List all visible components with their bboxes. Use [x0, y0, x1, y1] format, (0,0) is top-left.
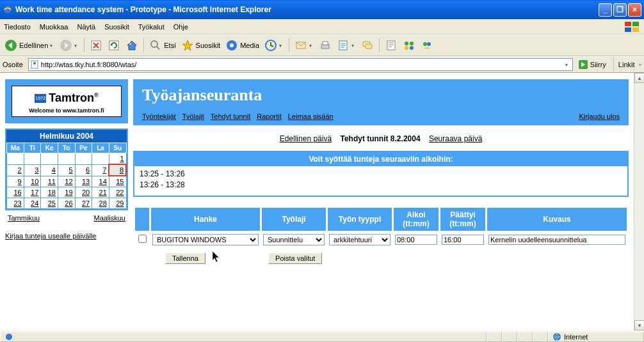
forward-button[interactable]: ▾	[58, 38, 81, 53]
window-titlebar: Work time attendance system - Prototype …	[0, 0, 644, 19]
address-box[interactable]: ▾	[28, 58, 573, 71]
calendar-day[interactable]: 7	[92, 164, 109, 176]
svg-point-30	[6, 334, 12, 340]
calendar-day[interactable]: 25	[41, 198, 58, 209]
maximize-button[interactable]: ❐	[613, 3, 627, 17]
calendar-day[interactable]: 10	[24, 176, 41, 187]
calendar-day[interactable]: 14	[92, 176, 109, 187]
status-zone: Internet	[548, 332, 644, 342]
calendar-day[interactable]: 17	[24, 187, 41, 198]
calendar-day[interactable]: 18	[41, 187, 58, 198]
tyolaji-select[interactable]: Suunnittelu	[263, 234, 325, 245]
col-hanke: Hanke	[151, 208, 260, 231]
svg-point-25	[423, 42, 427, 46]
calendar-day[interactable]: 3	[24, 164, 41, 176]
close-button[interactable]: ×	[628, 3, 641, 17]
multi-day-link[interactable]: Kirjaa tunteja usealle päivälle	[5, 232, 96, 240]
calendar-day[interactable]: 15	[109, 176, 126, 187]
discuss-button[interactable]	[359, 38, 376, 53]
minimize-button[interactable]: _	[599, 3, 612, 17]
calendar-day[interactable]: 26	[58, 198, 75, 209]
calendar-day[interactable]: 9	[7, 176, 24, 187]
logout-link[interactable]: Kirjaudu ulos	[579, 113, 620, 120]
home-button[interactable]	[124, 38, 140, 53]
calendar-day[interactable]: 24	[24, 198, 41, 209]
nav-stamp[interactable]: Leimaa sisään	[288, 113, 334, 120]
calendar-day[interactable]: 13	[75, 176, 92, 187]
vertical-scrollbar[interactable]: ▲ ▼	[634, 73, 644, 330]
entry-table: Hanke Työlaji Työn tyyppi Alkoi(tt:mm) P…	[133, 206, 629, 249]
calendar-day[interactable]: 12	[58, 176, 75, 187]
calendar-day[interactable]: 16	[7, 187, 24, 198]
calendar-day[interactable]: 20	[75, 187, 92, 198]
calendar-day[interactable]: 8	[109, 164, 126, 176]
calendar-day[interactable]: 28	[92, 198, 109, 209]
calendar-day[interactable]: 27	[75, 198, 92, 209]
calendar-day[interactable]: 19	[58, 187, 75, 198]
media-button[interactable]: Media	[223, 38, 261, 53]
calendar-day[interactable]: 22	[109, 187, 126, 198]
extra-button-2[interactable]	[401, 38, 417, 53]
menu-file[interactable]: Tiedosto	[4, 23, 31, 31]
row-checkbox[interactable]	[138, 235, 147, 243]
status-bar: Internet	[0, 330, 644, 342]
calendar-day[interactable]: 21	[92, 187, 109, 198]
kuvaus-input[interactable]	[488, 235, 625, 245]
favorites-button[interactable]: Suosikit	[179, 38, 223, 53]
menu-view[interactable]: Näytä	[77, 23, 95, 31]
print-button[interactable]	[317, 38, 334, 53]
svg-point-28	[33, 62, 36, 65]
stop-button[interactable]	[88, 38, 104, 53]
svg-rect-16	[323, 42, 328, 45]
prev-day-link[interactable]: Edellinen päivä	[280, 134, 332, 143]
calendar-day[interactable]: 6	[75, 164, 92, 176]
alkoi-input[interactable]	[395, 235, 437, 245]
save-button[interactable]: Tallenna	[165, 253, 205, 264]
go-button[interactable]: Siirry	[576, 58, 609, 71]
hanke-select[interactable]: BUGITON WINDOWS	[152, 234, 259, 245]
prev-month-link[interactable]: Tammikuu	[8, 214, 40, 222]
scroll-up[interactable]: ▲	[634, 73, 644, 83]
calendar-day[interactable]: 4	[41, 164, 58, 176]
edit-button[interactable]: ▾	[335, 38, 358, 53]
calendar-day[interactable]: 11	[41, 176, 58, 187]
svg-rect-19	[366, 44, 372, 49]
time-box-body: 13:25 - 13:26 13:26 - 13:28	[134, 166, 627, 196]
address-dropdown[interactable]: ▾	[562, 62, 571, 68]
col-kuvaus: Kuvaus	[487, 208, 627, 231]
address-input[interactable]	[41, 61, 562, 68]
extra-button-1[interactable]	[383, 38, 399, 53]
tyyppi-select[interactable]: arkkitehtuuri	[329, 234, 390, 245]
calendar-day[interactable]: 1	[109, 153, 126, 165]
links-label[interactable]: Linkit	[618, 61, 635, 68]
history-button[interactable]: ▾	[262, 38, 286, 53]
calendar-day[interactable]: 2	[7, 164, 24, 176]
current-date: Tehdyt tunnit 8.2.2004	[340, 134, 420, 143]
delete-button[interactable]: Poista valitut	[268, 253, 322, 264]
mail-button[interactable]: ▾	[293, 38, 316, 53]
calendar-day[interactable]: 23	[7, 198, 24, 209]
col-checkbox	[135, 208, 149, 231]
paattyi-input[interactable]	[442, 235, 484, 245]
col-tyolaji: Työlaji	[262, 208, 326, 231]
svg-rect-1	[625, 22, 631, 26]
calendar-dow: Ke	[41, 143, 58, 153]
nav-hours[interactable]: Tehdyt tunnit	[211, 113, 250, 120]
nav-reports[interactable]: Raportit	[257, 113, 282, 120]
menu-help[interactable]: Ohje	[173, 23, 188, 31]
menu-edit[interactable]: Muokkaa	[40, 23, 68, 31]
next-day-link[interactable]: Seuraava päivä	[429, 134, 482, 143]
menu-favorites[interactable]: Suosikit	[104, 23, 129, 31]
menu-tools[interactable]: Työkalut	[138, 23, 165, 31]
time-range-0: 13:25 - 13:26	[140, 169, 622, 180]
scroll-down[interactable]: ▼	[634, 320, 644, 330]
search-button[interactable]: Etsi	[147, 38, 177, 53]
back-button[interactable]: Edellinen ▾	[3, 38, 56, 53]
nav-worktypes[interactable]: Työlajit	[182, 113, 204, 120]
next-month-link[interactable]: Maaliskuu	[93, 214, 125, 222]
refresh-button[interactable]	[106, 38, 122, 53]
calendar-day[interactable]: 29	[109, 198, 126, 209]
messenger-button[interactable]	[419, 38, 435, 53]
nav-employees[interactable]: Työntekijät	[142, 113, 176, 120]
calendar-day[interactable]: 5	[58, 164, 75, 176]
